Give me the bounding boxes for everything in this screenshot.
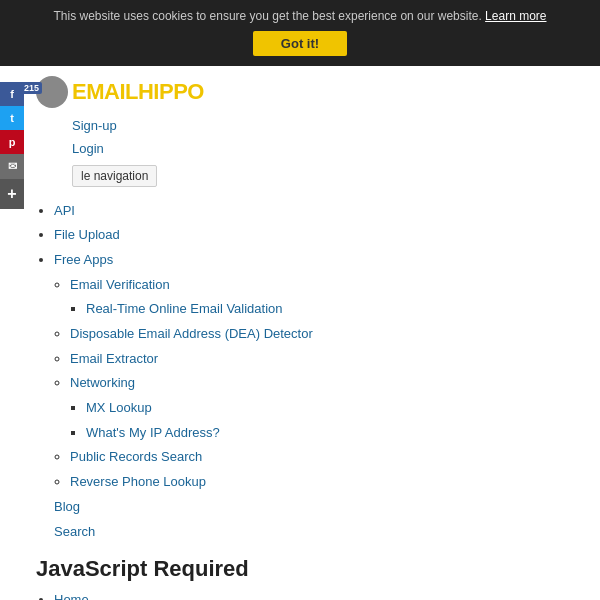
twitter-icon: t xyxy=(10,112,14,124)
nav-item-file-upload: File Upload xyxy=(54,223,600,248)
nav-item-email-extractor: Email Extractor xyxy=(70,347,600,372)
public-records-link[interactable]: Public Records Search xyxy=(70,449,202,464)
plus-icon: + xyxy=(7,185,16,203)
navigation-menu: API File Upload Free Apps Email Verifica… xyxy=(36,199,600,545)
email-share-button[interactable]: ✉ xyxy=(0,154,24,179)
nav-item-dea: Disposable Email Address (DEA) Detector xyxy=(70,322,600,347)
learn-more-link[interactable]: Learn more xyxy=(485,9,546,23)
nav-item-api: API xyxy=(54,199,600,224)
logo-text: emailHIPPO xyxy=(72,79,204,105)
myip-link[interactable]: What's My IP Address? xyxy=(86,425,220,440)
realtime-link[interactable]: Real-Time Online Email Validation xyxy=(86,301,283,316)
cookie-banner: This website uses cookies to ensure you … xyxy=(0,0,600,66)
header: emailHIPPO Sign-up Login le navigation xyxy=(0,66,600,199)
facebook-count: 215 xyxy=(21,82,42,94)
breadcrumb-home: Home xyxy=(54,592,584,600)
signup-link[interactable]: Sign-up xyxy=(72,114,588,137)
free-apps-link[interactable]: Free Apps xyxy=(54,252,113,267)
login-link[interactable]: Login xyxy=(72,137,588,160)
more-share-button[interactable]: + xyxy=(0,179,24,209)
pinterest-icon: p xyxy=(9,136,16,148)
nav-item-reverse-phone: Reverse Phone Lookup xyxy=(70,470,600,495)
blog-link[interactable]: Blog xyxy=(54,499,80,514)
nav-item-blog: Blog xyxy=(54,495,600,520)
email-extractor-link[interactable]: Email Extractor xyxy=(70,351,158,366)
mx-lookup-link[interactable]: MX Lookup xyxy=(86,400,152,415)
page-title: JavaScript Required xyxy=(36,556,584,582)
logo: emailHIPPO xyxy=(36,76,588,108)
api-link[interactable]: API xyxy=(54,203,75,218)
logo-normal: email xyxy=(72,79,138,104)
search-link[interactable]: Search xyxy=(54,524,95,539)
email-verification-link[interactable]: Email Verification xyxy=(70,277,170,292)
cookie-accept-button[interactable]: Got it! xyxy=(253,31,347,56)
facebook-icon: f xyxy=(10,88,14,100)
social-sidebar: f 215 t p ✉ + xyxy=(0,82,24,209)
facebook-share-button[interactable]: f 215 xyxy=(0,82,24,106)
nav-item-networking: Networking MX Lookup What's My IP Addres… xyxy=(70,371,600,445)
top-nav-links: Sign-up Login xyxy=(72,114,588,161)
breadcrumb: Home JavaScript Required xyxy=(36,592,584,600)
toggle-navigation-button[interactable]: le navigation xyxy=(72,165,157,187)
nav-item-free-apps: Free Apps Email Verification Real-Time O… xyxy=(54,248,600,495)
twitter-share-button[interactable]: t xyxy=(0,106,24,130)
logo-bold: HIPPO xyxy=(138,79,204,104)
cookie-message: This website uses cookies to ensure you … xyxy=(54,9,482,23)
reverse-phone-link[interactable]: Reverse Phone Lookup xyxy=(70,474,206,489)
networking-link[interactable]: Networking xyxy=(70,375,135,390)
main-content: JavaScript Required Home JavaScript Requ… xyxy=(0,544,600,600)
nav-item-mx: MX Lookup xyxy=(86,396,600,421)
nav-item-email-verification: Email Verification Real-Time Online Emai… xyxy=(70,273,600,322)
email-icon: ✉ xyxy=(8,160,17,173)
breadcrumb-home-link[interactable]: Home xyxy=(54,592,89,600)
nav-item-realtime: Real-Time Online Email Validation xyxy=(86,297,600,322)
dea-link[interactable]: Disposable Email Address (DEA) Detector xyxy=(70,326,313,341)
file-upload-link[interactable]: File Upload xyxy=(54,227,120,242)
nav-item-myip: What's My IP Address? xyxy=(86,421,600,446)
nav-item-public-records: Public Records Search xyxy=(70,445,600,470)
nav-item-search: Search xyxy=(54,520,600,545)
pinterest-share-button[interactable]: p xyxy=(0,130,24,154)
